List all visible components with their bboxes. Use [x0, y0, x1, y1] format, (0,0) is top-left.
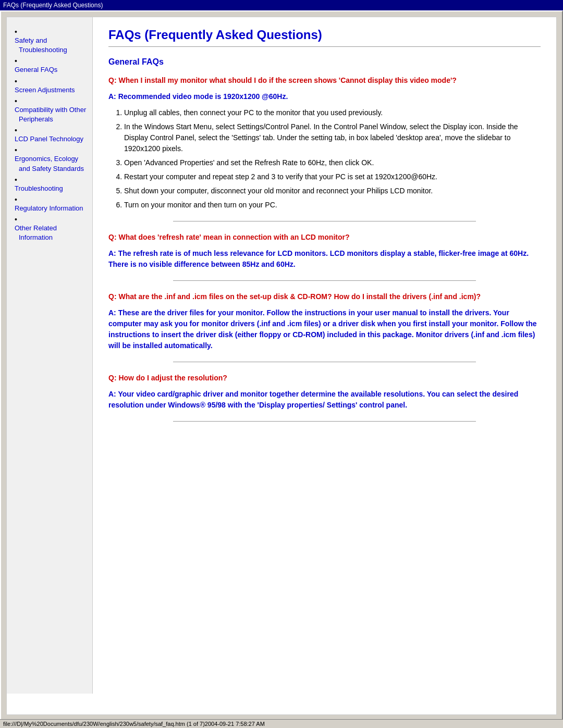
title-divider: [108, 46, 541, 47]
step-1-6: Turn on your monitor and then turn on yo…: [124, 200, 541, 211]
answer-2: A: The refresh rate is of much less rele…: [108, 248, 541, 270]
status-bar-text: file:///D|/My%20Documents/dfu/230W/engli…: [3, 721, 265, 727]
answer-3: A: These are the driver files for your m…: [108, 307, 541, 351]
sidebar: Safety and TroubleshootingGeneral FAQsSc…: [7, 17, 93, 694]
sidebar-item-screen: Screen Adjustments: [15, 77, 87, 95]
qa-block-2: Q: What does 'refresh rate' mean in conn…: [108, 232, 541, 281]
question-2: Q: What does 'refresh rate' mean in conn…: [108, 232, 541, 243]
question-1: Q: When I install my monitor what should…: [108, 75, 541, 86]
sidebar-item-trouble: Troubleshooting: [15, 176, 87, 193]
qa-block-1: Q: When I install my monitor what should…: [108, 75, 541, 221]
sidebar-link-safety[interactable]: Safety and Troubleshooting: [19, 36, 87, 55]
answer-1: A: Recommended video mode is 1920x1200 @…: [108, 91, 541, 102]
status-bar: file:///D|/My%20Documents/dfu/230W/engli…: [0, 719, 563, 728]
answer-4: A: Your video card/graphic driver and mo…: [108, 389, 541, 411]
steps-list-1: Unplug all cables, then connect your PC …: [124, 107, 541, 211]
sidebar-link-other[interactable]: Other Related Information: [19, 224, 87, 242]
sidebar-item-general: General FAQs: [15, 57, 87, 75]
step-1-3: Open 'Advanced Properties' and set the R…: [124, 157, 541, 168]
sidebar-item-ergo: Ergonomics, Ecology and Safety Standards: [15, 146, 87, 173]
sidebar-item-compat: Compatibility with Other Peripherals: [15, 97, 87, 124]
step-1-4: Restart your computer and repeat step 2 …: [124, 171, 541, 182]
page-title: FAQs (Frequently Asked Questions): [108, 28, 541, 42]
sidebar-link-reg[interactable]: Regulatory Information: [19, 204, 87, 213]
step-1-5: Shut down your computer, disconnect your…: [124, 186, 541, 196]
question-4: Q: How do I adjust the resolution?: [108, 373, 541, 384]
title-bar-label: FAQs (Frequently Asked Questions): [3, 2, 103, 9]
section-title: General FAQs: [108, 57, 541, 67]
sidebar-item-safety: Safety and Troubleshooting: [15, 28, 87, 55]
section-divider-2: [173, 280, 475, 281]
sidebar-link-trouble[interactable]: Troubleshooting: [19, 184, 87, 193]
step-1-1: Unplug all cables, then connect your PC …: [124, 107, 541, 118]
qa-block-3: Q: What are the .inf and .icm files on t…: [108, 291, 541, 362]
sidebar-item-other: Other Related Information: [15, 215, 87, 242]
section-divider-3: [173, 362, 475, 362]
sidebar-link-lcd[interactable]: LCD Panel Technology: [19, 134, 87, 144]
question-3: Q: What are the .inf and .icm files on t…: [108, 291, 541, 302]
qa-block-4: Q: How do I adjust the resolution?A: You…: [108, 373, 541, 422]
step-1-2: In the Windows Start Menu, select Settin…: [124, 121, 541, 154]
section-divider-1: [173, 221, 475, 221]
section-divider-4: [173, 421, 475, 422]
main-content: FAQs (Frequently Asked Questions) Genera…: [93, 17, 556, 694]
sidebar-item-reg: Regulatory Information: [15, 195, 87, 213]
sidebar-item-lcd: LCD Panel Technology: [15, 126, 87, 144]
sidebar-link-ergo[interactable]: Ergonomics, Ecology and Safety Standards: [19, 154, 87, 173]
sidebar-link-general[interactable]: General FAQs: [19, 65, 87, 75]
sidebar-link-screen[interactable]: Screen Adjustments: [19, 85, 87, 95]
sidebar-link-compat[interactable]: Compatibility with Other Peripherals: [19, 105, 87, 124]
